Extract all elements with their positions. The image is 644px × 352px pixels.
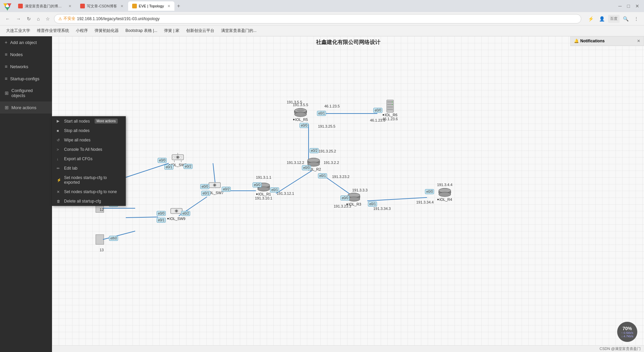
port-sw9-e01[interactable]: e0/1 bbox=[157, 218, 166, 223]
port-r1-e00[interactable]: e0/0 bbox=[253, 182, 262, 187]
topology-canvas[interactable]: 社鑫建化有限公司网络设计 🔔 Notifications ✕ bbox=[52, 36, 644, 352]
chrome-logo bbox=[3, 1, 12, 11]
profile-button[interactable]: 👤 bbox=[597, 15, 607, 23]
port-host2-eth0[interactable]: eth0 bbox=[109, 236, 118, 241]
extensions-button[interactable]: ⚡ bbox=[586, 15, 596, 23]
router-icon-r4 bbox=[438, 187, 451, 197]
minimize-button[interactable]: ─ bbox=[616, 2, 624, 10]
bookmark-bootstrap[interactable]: Bootstrap 表格 |... bbox=[123, 27, 160, 34]
gauge-speed-down: ↓ 4.7kb/s bbox=[621, 335, 633, 338]
lightning-icon: ⚡ bbox=[57, 178, 61, 182]
status-right: CSDN @满堂富贵喜盈门 bbox=[600, 346, 641, 351]
edit-icon: ✏ bbox=[57, 166, 61, 171]
sidebar-item-startup-configs[interactable]: ≡ Startup-configs bbox=[0, 73, 52, 85]
sidebar-label-nodes: Nodes bbox=[10, 52, 23, 57]
more-actions-tooltip: More actions bbox=[95, 119, 118, 124]
stop-icon: ■ bbox=[57, 129, 61, 133]
tab-write-article[interactable]: 写文章-CSDN博客 ✕ bbox=[76, 1, 127, 11]
dropdown-delete-startup[interactable]: 🗑 Delete all startup-cfg bbox=[52, 196, 126, 206]
port-sw8-e00[interactable]: e0/0 bbox=[158, 158, 167, 163]
dropdown-set-startup-none[interactable]: ✕ Set nodes startup-cfg to none bbox=[52, 187, 126, 196]
ip-label-4: 191.3.25.5 bbox=[318, 124, 335, 128]
port-r3-e00[interactable]: e0/0 bbox=[340, 195, 350, 201]
baidu-button[interactable]: 百度 bbox=[608, 15, 620, 23]
dropdown-stop-all-nodes[interactable]: ■ Stop all nodes bbox=[52, 126, 126, 135]
bookmark-innovation[interactable]: 创新创业云平台 bbox=[183, 27, 217, 34]
port-r1-e01[interactable]: e0/1 bbox=[270, 187, 279, 192]
port-r2-e02[interactable]: e0/2 bbox=[310, 148, 319, 153]
tab-close-csdn[interactable]: ✕ bbox=[68, 4, 71, 8]
svg-rect-24 bbox=[387, 106, 393, 108]
node-iol-r6[interactable]: IOL_R6 46.1.23.6 bbox=[382, 99, 398, 121]
ip-label-6: 191.3.12.2 bbox=[287, 161, 304, 165]
node-iol-r4[interactable]: 191.3.4.4 IOL_R4 bbox=[437, 183, 452, 202]
bookmark-spring[interactable]: 弹簧初始化器 bbox=[92, 27, 121, 34]
sidebar-item-add-object[interactable]: + Add an object bbox=[0, 36, 52, 48]
tab-eve-topology[interactable]: EVE | Topology ✕ bbox=[128, 1, 174, 11]
port-sw9-e02[interactable]: e0/2 bbox=[181, 211, 190, 216]
search-button[interactable]: 🔍 bbox=[621, 15, 631, 23]
tab-close-eve[interactable]: ✕ bbox=[167, 4, 170, 8]
bookmark-button[interactable]: ☆ bbox=[44, 15, 52, 23]
port-r6-e00[interactable]: e0/0 bbox=[373, 108, 382, 113]
tab-label-csdn: 满堂富贵喜盈门的博客_CSDN博客-... bbox=[25, 4, 65, 9]
url-text: 192.168.1.106/legacy/test/191-03.unl/top… bbox=[77, 16, 159, 21]
port-r3-e01[interactable]: e0/1 bbox=[368, 202, 377, 207]
status-square-r4 bbox=[437, 199, 439, 200]
bookmark-miniapp[interactable]: 小程序 bbox=[73, 27, 91, 34]
browser-chrome: 满堂富贵喜盈门的博客_CSDN博客-... ✕ 写文章-CSDN博客 ✕ EVE… bbox=[0, 0, 644, 36]
server-icon-r6 bbox=[385, 99, 395, 113]
port-sw9-e00[interactable]: e0/0 bbox=[157, 211, 166, 216]
ip-label-17: 13 bbox=[100, 248, 104, 252]
bookmark-weipu[interactable]: 维普作业管理系统 bbox=[34, 27, 72, 34]
port-sw7-e02[interactable]: e0/2 bbox=[222, 187, 231, 192]
dropdown-edit-lab[interactable]: ✏ Edit lab bbox=[52, 164, 126, 173]
dropdown-wipe-all-nodes[interactable]: ↺ Wipe all nodes bbox=[52, 135, 126, 145]
dropdown-export-cfgs[interactable]: ↓ Export all CFGs bbox=[52, 154, 126, 164]
sidebar-item-networks[interactable]: ≡ Networks bbox=[0, 60, 52, 73]
bookmark-mantang[interactable]: 满堂富贵喜盈门的... bbox=[218, 27, 259, 34]
back-button[interactable]: ← bbox=[3, 15, 12, 23]
sidebar-label-add: Add an object bbox=[10, 40, 37, 45]
dropdown-label-edit: Edit lab bbox=[64, 166, 77, 171]
new-tab-button[interactable]: + bbox=[175, 3, 182, 9]
port-r5-e00[interactable]: e0/0 bbox=[300, 123, 309, 128]
maximize-button[interactable]: □ bbox=[625, 2, 632, 10]
sidebar-item-nodes[interactable]: ≡ Nodes bbox=[0, 48, 52, 60]
sidebar-item-more-actions[interactable]: ⊞ More actions bbox=[0, 101, 52, 114]
browser-right-controls: ⚡ 👤 百度 🔍 ⋮ bbox=[586, 15, 641, 23]
port-r5-e01[interactable]: e0/1 bbox=[317, 111, 326, 116]
navigation-controls: ← → ↻ ⌂ ☆ ⚠ 不安全 192.168.1.106/legacy/tes… bbox=[0, 12, 644, 26]
address-bar[interactable]: ⚠ 不安全 192.168.1.106/legacy/test/191-03.u… bbox=[54, 14, 581, 24]
port-r2-e00[interactable]: e0/0 bbox=[302, 165, 311, 170]
bookmark-dut[interactable]: 大连工业大学 bbox=[3, 27, 33, 34]
port-sw7-e00[interactable]: e0/0 bbox=[200, 184, 209, 189]
dropdown-set-startup-exported[interactable]: ⚡ Set nodes startup-cfg to exported bbox=[52, 173, 126, 187]
bookmark-spring2[interactable]: 弹簧 | 家 bbox=[161, 27, 182, 34]
tab-close-write[interactable]: ✕ bbox=[120, 4, 123, 8]
port-sw8-e02[interactable]: e0/2 bbox=[183, 164, 193, 169]
svg-point-36 bbox=[348, 197, 360, 201]
host-partial-2[interactable] bbox=[96, 234, 104, 245]
ip-label-14: 191.3.34.4 bbox=[416, 200, 434, 204]
tab-csdn-blog[interactable]: 满堂富贵喜盈门的博客_CSDN博客-... ✕ bbox=[14, 1, 75, 11]
dropdown-start-all-nodes[interactable]: ▶ Start all nodes More actions bbox=[52, 116, 126, 126]
port-r2-e01[interactable]: e0/1 bbox=[318, 173, 327, 178]
close-window-button[interactable]: ✕ bbox=[633, 2, 641, 10]
reload-button[interactable]: ↻ bbox=[25, 15, 33, 23]
port-sw7-e01[interactable]: e0/1 bbox=[201, 191, 210, 196]
dropdown-label-set-exported: Set nodes startup-cfg to exported bbox=[64, 175, 121, 185]
port-sw8-e01[interactable]: e0/1 bbox=[164, 165, 173, 170]
plus-icon: + bbox=[5, 40, 7, 45]
svg-point-2 bbox=[6, 5, 9, 7]
dropdown-console-all[interactable]: > Console To All Nodes bbox=[52, 145, 126, 154]
menu-button[interactable]: ⋮ bbox=[632, 15, 641, 23]
sidebar-item-configured-objects[interactable]: ⊞ Configured objects bbox=[0, 85, 52, 101]
forward-button[interactable]: → bbox=[14, 15, 23, 23]
tab-icon-write bbox=[80, 4, 85, 8]
notifications-close-button[interactable]: ✕ bbox=[637, 39, 640, 43]
ip-label-9: 191.3.1.1 bbox=[256, 175, 271, 179]
port-r4-e00[interactable]: e0/0 bbox=[425, 189, 434, 194]
node-iol-r5[interactable]: 191.3.5.5 IOL_R5 bbox=[293, 103, 308, 122]
home-button[interactable]: ⌂ bbox=[35, 15, 42, 23]
